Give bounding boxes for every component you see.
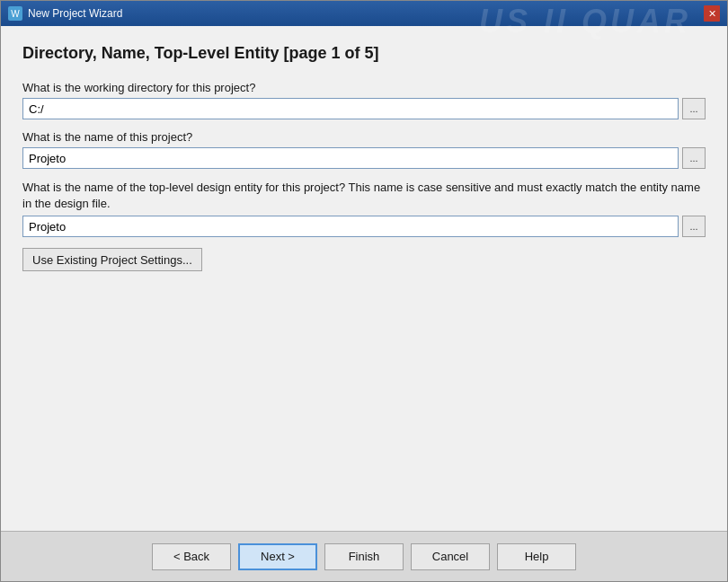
- project-name-browse-button[interactable]: ...: [682, 147, 706, 169]
- content-spacer: [22, 282, 706, 513]
- top-level-entity-input[interactable]: [22, 216, 679, 237]
- help-button[interactable]: Help: [497, 543, 576, 570]
- watermark-text: US II QUAR: [479, 3, 691, 40]
- cancel-button[interactable]: Cancel: [411, 543, 490, 570]
- project-name-input[interactable]: [22, 147, 679, 169]
- top-level-entity-row: ...: [22, 216, 706, 237]
- footer: < Back Next > Finish Cancel Help: [1, 531, 727, 581]
- main-content: Directory, Name, Top-Level Entity [page …: [1, 26, 727, 531]
- window-icon-text: W: [11, 9, 19, 19]
- back-button[interactable]: < Back: [152, 543, 231, 570]
- working-directory-row: ...: [22, 98, 706, 119]
- window-icon: W: [8, 6, 22, 21]
- close-button[interactable]: ✕: [704, 5, 720, 22]
- main-window: W New Project Wizard US II QUAR ✕ Direct…: [0, 0, 728, 582]
- title-bar-left: W New Project Wizard: [8, 6, 122, 21]
- top-level-entity-browse-button[interactable]: ...: [682, 216, 706, 237]
- page-title: Directory, Name, Top-Level Entity [page …: [22, 44, 706, 63]
- top-level-entity-label: What is the name of the top-level design…: [22, 180, 706, 212]
- top-level-entity-group: What is the name of the top-level design…: [22, 180, 706, 237]
- project-name-row: ...: [22, 147, 706, 169]
- use-existing-button[interactable]: Use Existing Project Settings...: [22, 248, 202, 271]
- working-directory-browse-button[interactable]: ...: [682, 98, 706, 119]
- window-title: New Project Wizard: [28, 7, 122, 20]
- title-bar: W New Project Wizard US II QUAR ✕: [1, 1, 727, 26]
- project-name-label: What is the name of this project?: [22, 130, 706, 144]
- working-directory-input[interactable]: [22, 98, 679, 119]
- working-directory-group: What is the working directory for this p…: [22, 81, 706, 119]
- working-directory-label: What is the working directory for this p…: [22, 81, 706, 94]
- project-name-group: What is the name of this project? ...: [22, 130, 706, 169]
- finish-button[interactable]: Finish: [324, 543, 404, 570]
- next-button[interactable]: Next >: [238, 543, 317, 570]
- use-existing-container: Use Existing Project Settings...: [22, 248, 706, 271]
